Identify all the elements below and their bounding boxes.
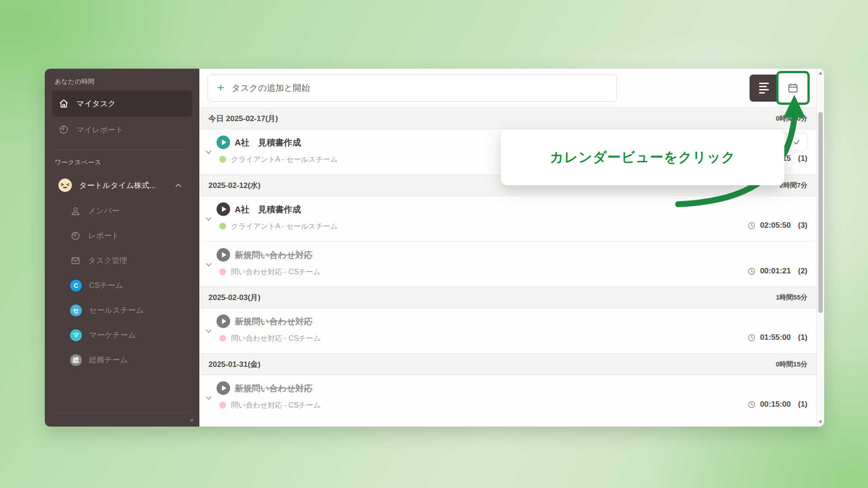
add-task-placeholder: タスクの追加と開始: [231, 82, 310, 94]
sidebar-item-label: マイタスク: [76, 99, 116, 109]
task-row[interactable]: 新規問い合わせ対応問い合わせ対応 - CSチーム00:01:21(2): [199, 241, 816, 286]
chevron-down-icon[interactable]: [206, 148, 212, 154]
task-row[interactable]: 新規問い合わせ対応問い合わせ対応 - CSチーム01:55:00(1): [199, 308, 816, 353]
chevron-down-icon[interactable]: [206, 394, 212, 400]
sidebar-item-label: マイレポート: [76, 125, 123, 135]
add-task-input[interactable]: + タスクの追加と開始: [208, 75, 617, 102]
list-view-button[interactable]: [750, 75, 778, 102]
toolbar: + タスクの追加と開始: [199, 69, 816, 108]
play-button[interactable]: [217, 136, 230, 149]
category-dot: [219, 156, 226, 163]
section-total: 0時間15分: [776, 360, 807, 369]
task-entry-count: (1): [798, 400, 807, 409]
task-time: 00:01:21: [760, 267, 791, 276]
sidebar-section-your-time: あなたの時間: [55, 78, 192, 86]
plus-icon: +: [217, 81, 224, 94]
task-row[interactable]: A社 見積書作成クライアントA - セールスチーム02:05:50(3): [199, 196, 816, 241]
workspace-items: メンバーレポートタスク管理CCSチームセセールスチームママーケチーム総総務チーム: [52, 198, 192, 372]
task-time: 01:55:00: [760, 333, 791, 342]
scroll-down-icon[interactable]: [819, 421, 822, 423]
task-inbox-icon: [70, 255, 81, 266]
task-entry-count: (2): [798, 267, 807, 276]
task-category: 問い合わせ対応 - CSチーム: [231, 401, 321, 410]
workspace-item-1[interactable]: レポート: [52, 223, 192, 248]
workspace-name: タートルタイム株式...: [79, 180, 156, 191]
play-button[interactable]: [217, 314, 230, 328]
members-icon: [70, 206, 81, 216]
workspace-item-label: メンバー: [88, 206, 119, 216]
clock-icon: [748, 267, 755, 275]
scrollbar-thumb[interactable]: [818, 112, 823, 313]
task-category: クライアントA - セールスチーム: [231, 222, 338, 231]
task-category: 問い合わせ対応 - CSチーム: [231, 334, 321, 343]
play-button[interactable]: [217, 248, 230, 262]
chevron-down-icon[interactable]: [206, 327, 212, 333]
workspace-item-label: 総務チーム: [89, 355, 128, 365]
chevron-down-icon[interactable]: [206, 261, 212, 267]
task-title: 新規問い合わせ対応: [235, 249, 312, 261]
workspace-item-5[interactable]: ママーケチーム: [52, 323, 192, 347]
team-badge-icon: 総: [70, 354, 82, 366]
sidebar-divider-bottom: [55, 413, 189, 413]
calendar-view-button[interactable]: [778, 75, 807, 102]
sidebar: あなたの時間 マイタスクマイレポート ワークスペース タートルタイム株式... …: [45, 69, 199, 427]
check-icon: [793, 138, 801, 146]
section-header: 2025-02-03(月)1時間55分: [199, 286, 816, 308]
workspace-item-label: マーケチーム: [89, 330, 136, 340]
section-date: 2025-01-31(金): [208, 359, 260, 370]
sidebar-item-1[interactable]: マイレポート: [52, 117, 192, 143]
callout-tooltip: カレンダービューをクリック: [501, 130, 784, 185]
workspace-item-0[interactable]: メンバー: [52, 198, 192, 223]
play-button[interactable]: [217, 381, 230, 395]
task-time-group: 02:05:50(3): [748, 221, 807, 230]
task-category: クライアントA - セールスチーム: [231, 155, 338, 164]
workspace-item-2[interactable]: タスク管理: [52, 248, 192, 273]
section-total: 0時間10分: [776, 114, 807, 123]
task-title: A社 見積書作成: [235, 204, 301, 216]
workspace-item-label: セールスチーム: [89, 305, 144, 315]
task-time-group: 00:15:00(1): [748, 400, 807, 409]
sidebar-scroll-down-icon: [189, 419, 194, 422]
clock-icon: [748, 334, 755, 342]
team-badge-icon: セ: [70, 305, 82, 316]
complete-task-button[interactable]: [786, 133, 807, 150]
chevron-down-icon[interactable]: [206, 215, 212, 221]
workspace-avatar: [58, 178, 72, 192]
workspace-item-label: レポート: [88, 230, 119, 241]
task-title: 新規問い合わせ対応: [235, 316, 312, 328]
main-panel: + タスクの追加と開始 今日 2025-02-17(: [199, 69, 816, 427]
task-entry-count: (1): [798, 154, 807, 163]
task-title: 新規問い合わせ対応: [235, 383, 312, 394]
app-window: あなたの時間 マイタスクマイレポート ワークスペース タートルタイム株式... …: [45, 69, 824, 427]
task-row[interactable]: 新規問い合わせ対応問い合わせ対応 - CSチーム00:15:00(1): [199, 375, 816, 420]
report-icon: [70, 230, 81, 241]
workspace-item-4[interactable]: セセールスチーム: [52, 298, 192, 323]
task-time: 02:05:50: [760, 221, 791, 230]
home-icon: [58, 98, 69, 109]
clock-icon: [748, 222, 755, 230]
category-dot: [219, 402, 226, 408]
category-dot: [219, 335, 226, 342]
sidebar-item-0[interactable]: マイタスク: [52, 90, 192, 117]
section-header: 2025-01-31(金)0時間15分: [199, 353, 816, 375]
list-view-icon: [759, 83, 769, 94]
category-dot: [219, 223, 226, 230]
vertical-scrollbar[interactable]: [816, 69, 824, 427]
workspace-switcher[interactable]: タートルタイム株式...: [52, 172, 192, 198]
task-time-group: 01:55:00(1): [748, 333, 807, 342]
workspace-item-3[interactable]: CCSチーム: [52, 273, 192, 298]
section-header: 今日 2025-02-17(月)0時間10分: [199, 108, 816, 129]
clock-icon: [748, 401, 755, 408]
scroll-up-icon[interactable]: [819, 72, 822, 75]
callout-text: カレンダービューをクリック: [550, 148, 736, 167]
section-date: 2025-02-03(月): [208, 292, 260, 303]
workspace-item-label: CSチーム: [89, 280, 123, 291]
task-category: 問い合わせ対応 - CSチーム: [231, 267, 321, 277]
workspace-item-6[interactable]: 総総務チーム: [52, 347, 192, 372]
calendar-view-icon: [787, 82, 799, 94]
section-total: 1時間55分: [776, 293, 807, 302]
team-badge-icon: マ: [70, 329, 82, 341]
category-dot: [219, 268, 226, 275]
play-button[interactable]: [217, 202, 230, 216]
section-date: 今日 2025-02-17(月): [208, 113, 278, 124]
